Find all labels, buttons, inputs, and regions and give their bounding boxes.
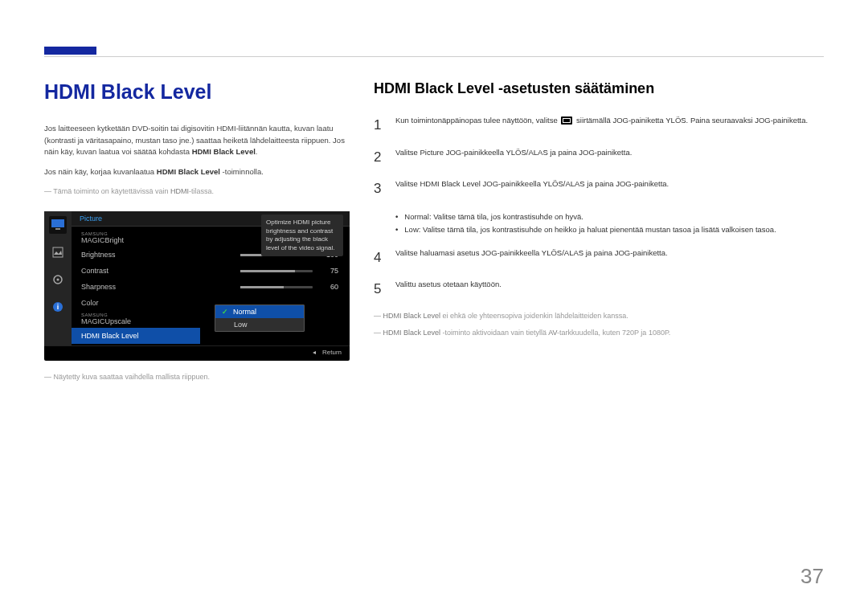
text-bold: HDMI Black Level	[420, 179, 481, 188]
check-icon: ✓	[222, 308, 228, 316]
osd-tooltip: Optimize HDMI picture brightness and con…	[261, 215, 343, 256]
osd-row-magic-upscale[interactable]: SAMSUNGMAGICUpscale	[72, 311, 350, 328]
section-title: HDMI Black Level	[44, 80, 350, 104]
text: -tilassa.	[189, 187, 214, 195]
text: JOG-painikkeella YLÖS/ALAS ja paina JOG-…	[481, 179, 669, 188]
step-2: 2 Valitse Picture JOG-painikkeella YLÖS/…	[374, 147, 824, 168]
step-number: 3	[374, 178, 383, 199]
menu-icon	[561, 116, 572, 125]
gear-icon[interactable]	[49, 271, 67, 288]
text: Jos näin käy, korjaa kuvanlaatua	[44, 167, 157, 176]
footnote-hdmi-mode: ― Tämä toiminto on käytettävissä vain HD…	[44, 186, 350, 198]
option-low-label: Low	[404, 225, 418, 234]
svg-rect-1	[55, 228, 60, 230]
text: Valitse	[395, 148, 420, 157]
dropdown-option-low[interactable]: Low	[215, 318, 304, 331]
right-column: HDMI Black Level -asetusten säätäminen 1…	[374, 80, 824, 382]
step-number: 1	[374, 115, 383, 136]
row-label: Sharpness	[81, 283, 116, 291]
text-bold: HDMI Black Level	[192, 147, 256, 156]
left-column: HDMI Black Level Jos laitteeseen kytketä…	[44, 80, 350, 382]
intro-paragraph-1: Jos laitteeseen kytketään DVD-soitin tai…	[44, 123, 350, 158]
option-normal-label: Normal	[404, 212, 429, 221]
text: .	[256, 147, 258, 156]
text: : Valitse tämä tila, jos kontrastisuhde …	[419, 225, 776, 234]
osd-screenshot: i Picture SAMSUNGMAGICBright Custom Brig…	[44, 211, 350, 361]
slider-fill	[240, 270, 295, 272]
svg-rect-0	[51, 219, 64, 227]
osd-row-color[interactable]: Color	[72, 295, 350, 311]
info-icon[interactable]: i	[49, 298, 67, 316]
text: siirtämällä JOG-painiketta YLÖS. Paina s…	[574, 116, 808, 125]
row-label: Color	[81, 299, 99, 307]
step-3: 3 Valitse HDMI Black Level JOG-painikkee…	[374, 178, 824, 199]
row-value: 75	[319, 267, 338, 275]
row-label: MAGICUpscale	[81, 317, 131, 325]
row-label: Contrast	[81, 267, 108, 275]
text: -toiminnolla.	[220, 167, 264, 176]
step-number: 4	[374, 247, 383, 268]
text: ei ehkä ole yhteensopiva joidenkin lähde…	[440, 312, 628, 320]
osd-title-text: Picture	[80, 215, 102, 223]
step-number: 2	[374, 147, 383, 168]
picture-frame-icon[interactable]	[49, 243, 67, 261]
monitor-icon[interactable]	[49, 216, 67, 234]
text-bold: HDMI	[170, 187, 189, 195]
step-number: 5	[374, 279, 383, 300]
page-number: 37	[800, 564, 824, 589]
header-accent-bar	[44, 47, 96, 55]
osd-dropdown: ✓Normal Low	[215, 304, 305, 332]
dropdown-option-normal[interactable]: ✓Normal	[215, 305, 304, 318]
text: -tarkkuudella, kuten 720P ja 1080P.	[557, 329, 670, 337]
footnote-compat: ― HDMI Black Level ei ehkä ole yhteensop…	[374, 311, 824, 322]
svg-point-4	[57, 279, 59, 281]
intro-paragraph-2: Jos näin käy, korjaa kuvanlaatua HDMI Bl…	[44, 166, 350, 178]
row-label: MAGICBright	[81, 236, 124, 244]
screenshot-caption: ― Näytetty kuva saattaa vaihdella mallis…	[44, 372, 350, 383]
text: JOG-painikkeella YLÖS/ALAS ja paina JOG-…	[444, 148, 632, 157]
row-label: Brightness	[81, 251, 116, 259]
option-label: Normal	[233, 308, 256, 316]
text-bold: HDMI Black Level	[383, 329, 441, 337]
text: ― Tämä toiminto on käytettävissä vain	[44, 187, 170, 195]
row-label: HDMI Black Level	[81, 332, 139, 340]
step-5: 5 Valittu asetus otetaan käyttöön.	[374, 279, 824, 300]
text-bold: HDMI Black Level	[383, 312, 441, 320]
svg-text:i: i	[57, 303, 59, 311]
text: Valitse	[395, 179, 420, 188]
text: Valitse haluamasi asetus JOG-painikkeell…	[395, 247, 668, 268]
return-label[interactable]: Return	[322, 349, 342, 356]
step-4: 4 Valitse haluamasi asetus JOG-painikkee…	[374, 247, 824, 268]
text: Valittu asetus otetaan käyttöön.	[395, 279, 502, 300]
row-value: 60	[319, 283, 338, 291]
footnote-av: ― HDMI Black Level -toiminto aktivoidaan…	[374, 328, 824, 339]
text: : Valitse tämä tila, jos kontrastisuhde …	[429, 212, 583, 221]
text-red: Picture	[420, 148, 444, 157]
osd-row-contrast[interactable]: Contrast 75	[72, 263, 350, 279]
option-bullets: •Normal: Valitse tämä tila, jos kontrast…	[395, 210, 824, 236]
bullet-dot: •	[395, 223, 398, 236]
bullet-dot: •	[395, 210, 398, 223]
subsection-title: HDMI Black Level -asetusten säätäminen	[374, 80, 824, 97]
osd-sidebar: i	[44, 211, 72, 345]
header-horizontal-rule	[44, 56, 824, 57]
step-1: 1 Kun toimintonäppäinopas tulee näyttöön…	[374, 115, 824, 136]
back-arrow-icon[interactable]: ◂	[313, 349, 316, 356]
text: -toiminto aktivoidaan vain tietyllä	[440, 329, 548, 337]
slider-track[interactable]	[240, 270, 313, 272]
slider-fill	[240, 286, 284, 288]
osd-footer: ◂ Return	[44, 345, 350, 358]
osd-row-sharpness[interactable]: Sharpness 60	[72, 279, 350, 295]
option-label: Low	[234, 321, 248, 329]
text-bold: HDMI Black Level	[157, 167, 220, 176]
text: Kun toimintonäppäinopas tulee näyttöön, …	[395, 116, 559, 125]
text-bold: AV	[548, 329, 557, 337]
slider-track[interactable]	[240, 286, 313, 288]
osd-row-hdmi-black-level[interactable]: HDMI Black Level	[72, 328, 200, 344]
